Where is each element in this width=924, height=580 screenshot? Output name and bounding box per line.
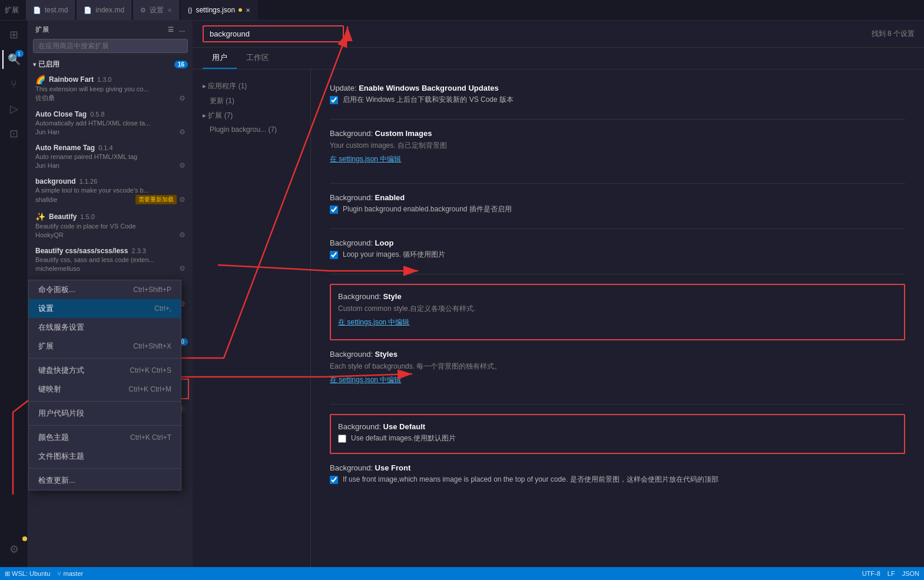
activity-explorer[interactable]: ⊞ (2, 23, 26, 47)
menu-shortcut: Ctrl+K Ctrl+M (128, 385, 171, 393)
tab-settings-json[interactable]: {} settings.json ✕ (181, 0, 258, 20)
activity-bar: ⊞ 🔍 1 ⑂ ▷ ⊡ ⚙ (0, 21, 28, 567)
extension-search-input[interactable] (33, 39, 188, 53)
ext-author: michelemelluso (35, 265, 80, 272)
tab-close-icon[interactable]: ✕ (167, 7, 172, 14)
ext-author: shalldie (35, 196, 57, 203)
section-installed[interactable]: ▾ 已启用 16 (28, 58, 193, 71)
settings-search-input[interactable] (203, 25, 344, 42)
menu-label: 检查更新... (38, 475, 75, 486)
toc-item-plugin-bg[interactable]: Plugin backgrou... (7) (193, 123, 310, 136)
setting-bg-style: Background: Style Custom common style.自定… (330, 284, 905, 340)
menu-label: 颜色主题 (38, 432, 69, 443)
reload-badge: 需要重新加载 (135, 195, 177, 204)
extension-item-beautify-css[interactable]: Beautify css/sass/scss/less 2.3.3 Beauti… (28, 243, 193, 277)
ext-desc: Auto rename paired HTML/XML tag (35, 153, 171, 160)
setting-bg-enabled: Background: Enabled Plugin background en… (330, 193, 905, 214)
setting-checkbox-input[interactable] (338, 435, 346, 443)
setting-edit-link[interactable]: 在 settings.json 中编辑 (338, 317, 409, 327)
toc-item-app[interactable]: ▸ 应用程序 (1) (193, 79, 310, 94)
menu-item-color-theme[interactable]: 颜色主题 Ctrl+K Ctrl+T (29, 428, 181, 447)
tab-settings[interactable]: ⚙ 设置 ✕ (133, 0, 180, 20)
extension-item-auto-close-tag[interactable]: Auto Close Tag 0.5.8 Automatically add H… (28, 107, 193, 140)
setting-desc: Custom common style.自定义各项公有样式. (338, 303, 897, 314)
ext-gear-icon[interactable]: ⚙ (179, 231, 186, 239)
menu-label: 在线服务设置 (38, 322, 84, 333)
menu-item-command-palette[interactable]: 命令面板... Ctrl+Shift+P (29, 280, 181, 299)
menu-item-icon-theme[interactable]: 文件图标主题 (29, 447, 181, 466)
ext-version: 1.3.0 (97, 76, 111, 83)
activity-debug[interactable]: ▷ (2, 97, 26, 121)
status-lang[interactable]: JSON (902, 570, 919, 577)
setting-checkbox-label: Plugin background enabled.background 插件是… (343, 204, 512, 214)
setting-divider (330, 183, 905, 184)
ext-gear-icon[interactable]: ⚙ (179, 195, 186, 204)
menu-item-keymaps[interactable]: 键映射 Ctrl+K Ctrl+M (29, 380, 181, 399)
file-icon: 📄 (84, 6, 92, 14)
ext-gear-icon[interactable]: ⚙ (179, 264, 186, 273)
tab-user[interactable]: 用户 (203, 48, 237, 69)
tab-index-md[interactable]: 📄 index.md (77, 0, 132, 20)
sidebar-scroll[interactable]: ▾ 已启用 16 🌈 Rainbow Fart 1.3.0 This exten… (28, 58, 193, 567)
setting-checkbox-input[interactable] (330, 476, 338, 484)
ext-gear-icon[interactable]: ⚙ (179, 128, 186, 136)
tab-test-md[interactable]: 📄 test.md (26, 0, 75, 20)
settings-content: ▸ 应用程序 (1) 更新 (1) ▸ 扩展 (7) Plugin backgr… (193, 69, 924, 567)
setting-checkbox-row: If use front image,which means image is … (330, 475, 905, 485)
setting-title-bold: Enable Windows Background Updates (359, 84, 499, 92)
setting-bg-styles: Background: Styles Each style of backgro… (330, 350, 905, 390)
menu-item-online-settings[interactable]: 在线服务设置 (29, 318, 181, 337)
setting-checkbox-label: Use default images.使用默认图片 (351, 433, 456, 443)
tab-workspace[interactable]: 工作区 (237, 48, 279, 69)
setting-checkbox-input[interactable] (330, 96, 338, 104)
menu-label: 文件图标主题 (38, 451, 84, 462)
extension-item-rainbow-fart[interactable]: 🌈 Rainbow Fart 1.3.0 This extension will… (28, 71, 193, 107)
setting-checkbox-label: If use front image,which means image is … (343, 475, 718, 485)
setting-edit-link[interactable]: 在 settings.json 中编辑 (330, 375, 401, 385)
setting-checkbox-input[interactable] (330, 251, 338, 259)
toc-item-ext[interactable]: ▸ 扩展 (7) (193, 108, 310, 123)
gear-update-dot (22, 536, 27, 541)
ext-version: 1.1.26 (80, 178, 98, 185)
status-eol[interactable]: LF (887, 570, 895, 577)
tab-close-icon[interactable]: ✕ (246, 7, 250, 14)
toc-item-update[interactable]: 更新 (1) (193, 94, 310, 108)
status-remote[interactable]: ⊞ WSL: Ubuntu (5, 570, 50, 578)
ext-name: Rainbow Fart (49, 75, 94, 84)
status-encoding[interactable]: UTF-8 (862, 570, 880, 577)
setting-title-prefix: Background: (330, 350, 375, 359)
activity-extensions[interactable]: ⊡ (2, 122, 26, 145)
menu-item-keybindings[interactable]: 键盘快捷方式 Ctrl+K Ctrl+S (29, 361, 181, 380)
menu-item-check-updates[interactable]: 检查更新... (29, 471, 181, 490)
setting-title-bold: Custom Images (375, 129, 432, 138)
sidebar-more-icon[interactable]: … (179, 26, 186, 34)
activity-gear[interactable]: ⚙ (2, 538, 26, 561)
setting-bg-custom-images: Background: Custom Images Your custom im… (330, 129, 905, 169)
extension-item-auto-rename-tag[interactable]: Auto Rename Tag 0.1.4 Auto rename paired… (28, 140, 193, 174)
ext-icon: ✨ (35, 212, 45, 221)
activity-search[interactable]: 🔍 1 (2, 48, 26, 71)
sidebar-list-icon[interactable]: ☰ (168, 26, 174, 34)
status-bar: ⊞ WSL: Ubuntu ⑂ master UTF-8 LF JSON (0, 567, 924, 580)
setting-bg-loop: Background: Loop Loop your images. 循环使用图… (330, 238, 905, 260)
menu-item-snippets[interactable]: 用户代码片段 (29, 404, 181, 423)
extension-item-background[interactable]: background 1.1.26 A simple tool to make … (28, 174, 193, 208)
setting-title-bold: Style (383, 292, 402, 301)
status-branch[interactable]: ⑂ master (57, 570, 83, 577)
chevron-down-icon: ▾ (33, 61, 36, 68)
setting-edit-link[interactable]: 在 settings.json 中编辑 (330, 154, 401, 164)
extension-item-beautify[interactable]: ✨ Beautify 1.5.0 Beautify code in place … (28, 208, 193, 243)
menu-label: 键映射 (38, 384, 61, 395)
setting-title: Background: Style (338, 292, 897, 301)
menu-item-extensions[interactable]: 扩展 Ctrl+Shift+X (29, 337, 181, 356)
sidebar-title: 扩展 (35, 25, 49, 34)
setting-checkbox-input[interactable] (330, 206, 338, 214)
ext-desc: This extension will keep giving you co..… (35, 85, 171, 92)
modified-dot (239, 8, 242, 12)
tab-label: index.md (95, 6, 124, 14)
activity-scm[interactable]: ⑂ (2, 72, 26, 96)
menu-item-settings[interactable]: 设置 Ctrl+, (29, 299, 181, 318)
ext-gear-icon[interactable]: ⚙ (179, 161, 186, 170)
setting-title: Background: Use Default (338, 422, 897, 431)
ext-gear-icon[interactable]: ⚙ (179, 94, 186, 102)
